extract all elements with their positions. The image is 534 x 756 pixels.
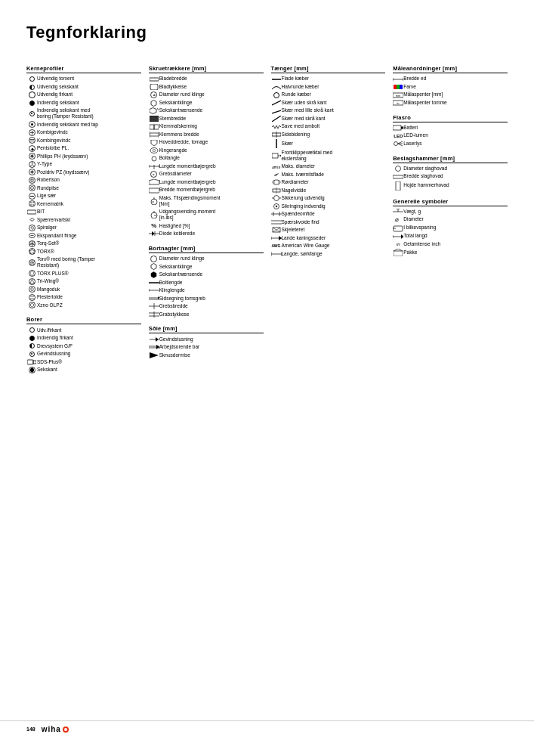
tng-skilt-icon — [271, 108, 282, 114]
svg-marker-64 — [151, 100, 156, 106]
tng-awg-icon: AWG — [271, 243, 282, 248]
section-title-borer: Borer — [26, 316, 141, 324]
list-item: Sekskant — [26, 367, 141, 373]
svg-point-161 — [394, 142, 398, 146]
item-label: Indvendig sekskant medboring (Tamper Res… — [37, 107, 141, 120]
svg-text:◈: ◈ — [29, 146, 34, 150]
tng-spaende-icon — [271, 211, 282, 217]
item-label: Sikkerung udvendig — [282, 195, 386, 201]
list-item: Indvendig sekskant med tap — [26, 121, 141, 128]
item-label: Skær uden skrå kant — [282, 100, 386, 106]
svg-point-36 — [29, 225, 35, 231]
list-item: Kernematrik — [26, 200, 141, 207]
tng-halvrun-icon — [271, 84, 282, 90]
item-label: Sekskantklinge — [159, 264, 264, 270]
svg-point-50 — [29, 287, 35, 293]
svg-line-117 — [272, 110, 281, 113]
list-item: TORX® — [26, 248, 141, 255]
xzn-icon — [26, 302, 37, 308]
list-item: in Målaspenter tomme — [393, 100, 508, 107]
section-title-maalean: Måleanordninger [mm] — [393, 65, 508, 73]
circle-half-icon — [26, 85, 37, 90]
ring-icon — [149, 147, 159, 153]
item-label: Robertson — [37, 177, 141, 183]
item-label: Y-Type — [37, 161, 141, 167]
list-item: Stembredde — [149, 116, 264, 122]
item-label: Sidebidening — [282, 132, 386, 138]
item-label: Flestertolde — [37, 294, 141, 300]
svg-rect-56 — [27, 360, 33, 364]
y-icon — [26, 161, 37, 168]
bort-bolt-icon — [149, 280, 159, 286]
list-item: Udvendig torxent — [26, 76, 141, 82]
list-item: Grabstykkese — [149, 311, 264, 318]
list-item: Lurgele momentbøjergreb — [149, 163, 264, 170]
list-item: Torq-Set® — [26, 240, 141, 247]
item-label: Lungde momentbøjergreb — [159, 179, 264, 185]
svg-rect-153 — [397, 85, 400, 89]
besl-diam-icon — [393, 166, 403, 172]
list-item: Lande kaningsseder — [271, 234, 386, 241]
svg-marker-95 — [151, 264, 156, 270]
list-item: Udv./firkant — [26, 327, 141, 333]
svg-rect-57 — [33, 361, 36, 364]
circle-star-icon — [26, 121, 37, 128]
list-item: Boltangle — [149, 155, 264, 162]
svg-point-30 — [29, 201, 35, 207]
speed-icon: % — [149, 222, 159, 229]
item-label: Indvendig sekskant med tap — [37, 122, 141, 128]
item-label: Sekskant — [37, 367, 141, 373]
flas-led-icon: LED — [393, 134, 403, 138]
skrue-sekskant-icon — [149, 100, 159, 107]
svg-rect-67 — [150, 116, 159, 122]
item-label: Skjeleteret — [282, 227, 386, 233]
item-label: Indvendig sekskant — [37, 100, 141, 106]
item-label: Boltlengde — [159, 280, 264, 286]
combo2-icon — [26, 137, 37, 144]
item-label: Spændeomfide — [282, 211, 386, 217]
svg-rect-167 — [396, 181, 400, 191]
item-label: Udv./firkant — [37, 327, 141, 333]
head-icon — [149, 140, 159, 146]
section-title-sdie: Sðie [mm] — [149, 325, 264, 333]
section-beslag: Beslagshammer [mm] Diameter slaghovad Br… — [393, 155, 508, 191]
item-label: Save med ambolt — [282, 123, 386, 129]
section-title-kerneprofiler: Kerneprofiler — [26, 65, 141, 73]
list-item: Laserlys — [393, 141, 508, 147]
list-item: Udvendig sekskant — [26, 84, 141, 91]
tension-icon — [149, 197, 159, 205]
item-label: SDS-Plus® — [37, 359, 141, 365]
item-label: Sekskantklinge — [159, 100, 264, 106]
column-3: Tænger [mm] Flade kæber Halvrunde kæber — [271, 65, 386, 265]
svg-rect-172 — [394, 226, 403, 231]
section-generelle: Generelle symboler Vægt, g ⌀ Diameter — [393, 198, 508, 257]
skrue-diam-rund-icon: ⌀ — [149, 91, 159, 98]
spiral-icon — [26, 225, 37, 231]
gen-bilke-icon — [393, 225, 403, 232]
list-item: Batteri — [393, 125, 508, 132]
list-item: LED LED-lumen — [393, 132, 508, 139]
item-label: Arbejdsorende bar — [159, 344, 264, 350]
list-item: Kombigevindc — [26, 129, 141, 136]
item-label: Bladtykkelse — [159, 84, 264, 90]
list-item: Ekspandant fringe — [26, 232, 141, 239]
circle-outline-lg-icon — [26, 91, 37, 98]
borer-gev-icon — [26, 352, 37, 357]
section-flasro: Flasro Batteri LED LED-lumen — [393, 114, 508, 147]
list-item: Nagelvidde — [271, 187, 386, 194]
svg-marker-59 — [30, 367, 34, 373]
column-1: Kerneprofiler Udvendig torxent Udvendig … — [26, 65, 141, 381]
bort-naense-icon — [149, 271, 159, 278]
svg-point-125 — [273, 180, 280, 184]
list-item: Diameter slaghovad — [393, 166, 508, 172]
list-item: Diode koblerede — [149, 231, 264, 237]
columns-wrapper: Kerneprofiler Udvendig torxent Udvendig … — [26, 65, 508, 381]
list-item: Skær med skrå kant — [271, 116, 386, 122]
list-item: Skær uden skrå kant — [271, 100, 386, 107]
svg-rect-83 — [149, 188, 159, 193]
item-label: LED-lumen — [403, 132, 508, 138]
column-4: Måleanordninger [mm] Bredde ed Farve mm — [393, 65, 508, 264]
item-label: Lige sær — [37, 193, 141, 199]
svg-point-74 — [153, 150, 156, 152]
list-item: Pozidriv PZ (krydssærv) — [26, 169, 141, 175]
